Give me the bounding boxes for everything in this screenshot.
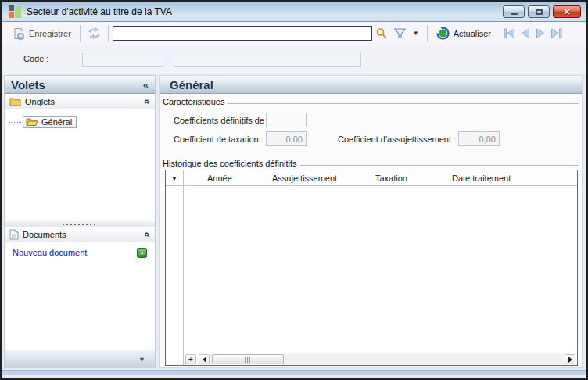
new-document-link[interactable]: Nouveau document (13, 248, 87, 257)
folder-open-icon (26, 117, 38, 127)
toolbar: Enregistrer (2, 22, 586, 45)
record-navigation (504, 28, 562, 38)
close-icon: ✕ (563, 7, 570, 17)
scroll-right-button[interactable] (565, 354, 575, 364)
column-header-assujettissement[interactable]: Assujettissement (272, 174, 337, 183)
taxation-label: Coefficient de taxation : (174, 134, 264, 144)
tree-item-general[interactable]: Général (9, 116, 77, 128)
group-line (300, 165, 579, 166)
filter-button[interactable] (391, 26, 409, 41)
historique-table: ▼ Année Assujettissement Taxation Date t… (165, 170, 578, 366)
window-title: Secteur d'activité au titre de la TVA (27, 6, 172, 17)
caracteristiques-group: Caractéristiques (163, 97, 579, 106)
tree-connector (9, 122, 21, 123)
section-onglets-header[interactable]: Onglets « (5, 94, 155, 109)
main-panel: Général Caractéristiques Coefficients dé… (159, 75, 583, 368)
splitter-handle[interactable] (5, 221, 155, 227)
save-button-label: Enregistrer (29, 29, 71, 38)
caracteristiques-legend: Caractéristiques (163, 97, 228, 106)
table-dropdown-button[interactable]: ▼ (166, 170, 183, 186)
scroll-down-icon[interactable]: ▼ (138, 356, 145, 364)
titlebar[interactable]: Secteur d'activité au titre de la TVA ✕ (2, 2, 586, 22)
scrollbar-thumb[interactable] (212, 354, 284, 364)
section-documents-label: Documents (23, 230, 66, 239)
toolbar-separator (108, 25, 109, 42)
section-onglets-collapse-icon[interactable]: « (142, 99, 153, 104)
save-button[interactable]: Enregistrer (8, 25, 76, 42)
taxation-input[interactable] (266, 131, 307, 146)
add-document-button[interactable]: + (137, 248, 147, 258)
historique-group: Historique des coefficients définitifs (163, 159, 579, 168)
folder-closed-icon (9, 97, 21, 106)
column-header-date-traitement[interactable]: Date traitement (452, 174, 511, 183)
scrollbar-grip-icon (245, 357, 251, 363)
definitifs-label: Coefficients définitifs de : (174, 116, 269, 125)
refresh-button-label: Actualiser (454, 29, 491, 38)
onglets-tree: Général (5, 109, 155, 221)
splitter-dots-icon (63, 224, 97, 225)
assujettissement-input[interactable] (458, 131, 500, 146)
historique-legend: Historique des coefficients définitifs (163, 159, 300, 168)
maximize-icon (536, 9, 543, 15)
search-icon (375, 27, 388, 40)
minimize-icon (511, 13, 518, 15)
scrollbar-track[interactable] (210, 354, 564, 364)
code-row: Code : (2, 45, 586, 73)
scroll-right-icon (568, 357, 572, 363)
app-icon (9, 5, 21, 18)
sidebar-title: Volets (11, 78, 45, 91)
section-documents-collapse-icon[interactable]: « (142, 231, 153, 237)
maximize-button[interactable] (528, 5, 550, 18)
table-scrollbar-row: + (184, 353, 577, 365)
dropdown-icon: ▼ (171, 175, 177, 182)
save-icon (13, 27, 25, 40)
code-label: Code : (23, 54, 48, 63)
table-header-row: ▼ Année Assujettissement Taxation Date t… (166, 170, 577, 186)
filter-icon (394, 28, 406, 39)
document-icon (9, 229, 19, 240)
minimize-button[interactable] (503, 5, 525, 18)
sidebar-header: Volets « (5, 76, 155, 94)
scroll-left-icon (203, 357, 206, 363)
content-area: Volets « Onglets « (2, 73, 586, 375)
code-name-input[interactable] (174, 52, 361, 67)
code-input[interactable] (82, 52, 163, 67)
filter-dropdown-arrow[interactable]: ▼ (409, 30, 423, 37)
main-panel-title: Général (170, 78, 213, 91)
toolbar-separator (427, 25, 428, 42)
search-button[interactable] (372, 25, 391, 42)
app-window: Secteur d'activité au titre de la TVA ✕ … (0, 0, 588, 380)
search-input[interactable] (113, 26, 372, 41)
table-body[interactable] (184, 187, 577, 353)
nav-next-button[interactable] (536, 28, 545, 38)
add-row-button[interactable]: + (185, 354, 196, 364)
section-documents-header[interactable]: Documents « (5, 227, 155, 242)
scroll-left-button[interactable] (199, 354, 210, 364)
nav-first-button[interactable] (504, 28, 515, 38)
column-header-annee[interactable]: Année (207, 174, 232, 183)
sidebar-collapse-button[interactable]: « (143, 79, 149, 91)
definitifs-input[interactable] (266, 113, 307, 127)
new-document-row: Nouveau document + (5, 242, 155, 263)
sidebar-volets: Volets « Onglets « (4, 75, 156, 368)
main-panel-header: Général (160, 76, 582, 94)
close-button[interactable]: ✕ (553, 5, 581, 18)
group-line (228, 103, 579, 104)
window-bottom-frame (2, 370, 586, 375)
column-header-taxation[interactable]: Taxation (375, 174, 407, 183)
refresh-icon (436, 27, 450, 40)
sync-button[interactable] (84, 25, 104, 41)
sync-icon (88, 27, 101, 39)
toolbar-separator (80, 25, 81, 42)
section-onglets-label: Onglets (25, 97, 55, 106)
nav-previous-button[interactable] (521, 28, 530, 38)
refresh-button[interactable]: Actualiser (432, 24, 496, 42)
nav-last-button[interactable] (550, 28, 562, 38)
assujettissement-label: Coefficient d'assujettissement : (338, 134, 456, 144)
tree-item-label: Général (41, 117, 72, 127)
sidebar-bottom-bar: ▼ (5, 350, 155, 367)
